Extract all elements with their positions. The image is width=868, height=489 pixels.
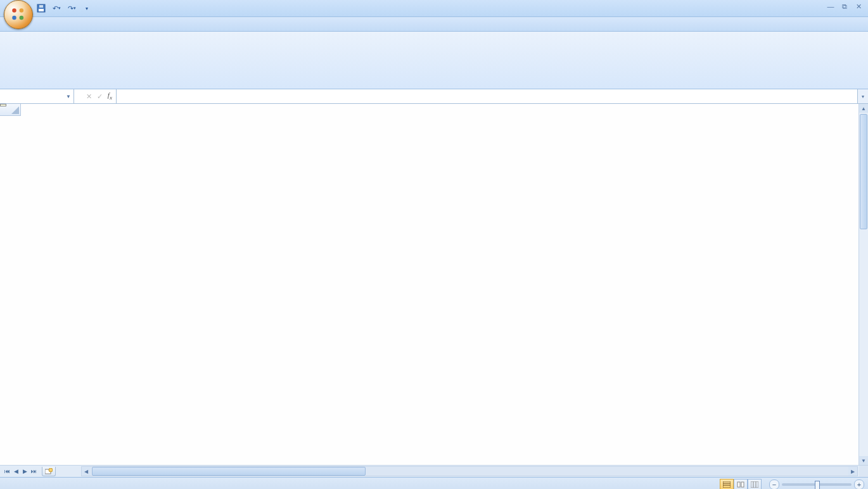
svg-point-2 (12, 16, 16, 20)
svg-point-0 (12, 8, 16, 13)
svg-rect-12 (737, 482, 740, 487)
vertical-scroll-thumb[interactable] (860, 114, 867, 229)
fx-icon[interactable]: fx (108, 91, 112, 101)
horizontal-scrollbar[interactable]: ◀ ▶ (81, 466, 858, 476)
scroll-left-icon[interactable]: ◀ (82, 467, 91, 476)
insert-worksheet-icon[interactable] (42, 467, 56, 476)
sheet-resizer[interactable] (859, 466, 868, 477)
quick-access-toolbar: ↶▾ ↷▾ ▾ (35, 3, 93, 14)
cancel-formula-icon: ✕ (86, 92, 92, 101)
status-bar: − + (0, 477, 868, 489)
svg-point-3 (20, 16, 24, 20)
svg-point-8 (49, 468, 53, 472)
name-box[interactable]: ▼ (0, 89, 74, 103)
sheet-nav-next-icon[interactable]: ▶ (20, 467, 29, 476)
sheet-nav-last-icon[interactable]: ⏭ (29, 467, 38, 476)
save-icon[interactable] (35, 3, 47, 14)
worksheet-grid[interactable]: ▲ ▼ (0, 104, 868, 465)
zoom-controls: − + (767, 479, 864, 489)
sheet-tab-bar: ⏮ ◀ ▶ ⏭ ◀ ▶ (0, 465, 868, 477)
scroll-up-icon[interactable]: ▲ (859, 104, 868, 113)
close-icon[interactable]: ✕ (853, 2, 864, 11)
sheet-nav-prev-icon[interactable]: ◀ (11, 467, 20, 476)
svg-point-1 (20, 8, 24, 13)
zoom-in-icon[interactable]: + (854, 479, 864, 489)
page-break-view-icon[interactable] (748, 479, 762, 489)
zoom-out-icon[interactable]: − (769, 479, 779, 489)
ribbon-tabs (0, 17, 868, 32)
svg-rect-13 (741, 482, 744, 487)
svg-rect-14 (751, 481, 758, 488)
qat-customize-icon[interactable]: ▾ (81, 3, 93, 14)
svg-rect-9 (723, 481, 731, 488)
view-buttons (720, 479, 762, 489)
window-controls: — ⧉ ✕ (825, 2, 864, 11)
svg-rect-6 (39, 5, 43, 8)
ribbon (0, 32, 868, 89)
enter-formula-icon: ✓ (97, 92, 103, 101)
scroll-right-icon[interactable]: ▶ (848, 467, 857, 476)
horizontal-scroll-thumb[interactable] (92, 467, 366, 476)
title-bar: ↶▾ ↷▾ ▾ — ⧉ ✕ (0, 0, 868, 17)
redo-icon[interactable]: ↷▾ (66, 3, 77, 14)
normal-view-icon[interactable] (720, 479, 734, 489)
fill-tooltip (0, 104, 6, 106)
sheet-nav-first-icon[interactable]: ⏮ (3, 467, 11, 476)
page-layout-view-icon[interactable] (734, 479, 748, 489)
office-button[interactable] (4, 0, 33, 29)
zoom-slider[interactable] (782, 483, 852, 486)
formula-bar-expand-icon[interactable]: ▾ (857, 89, 868, 103)
vertical-scrollbar[interactable]: ▲ ▼ (858, 104, 868, 465)
formula-input[interactable] (117, 92, 857, 101)
svg-rect-5 (39, 9, 44, 11)
formula-bar: ▼ ✕ ✓ fx ▾ (0, 89, 868, 104)
name-box-dropdown-icon[interactable]: ▼ (66, 94, 71, 99)
restore-icon[interactable]: ⧉ (839, 2, 850, 11)
undo-icon[interactable]: ↶▾ (51, 3, 62, 14)
scroll-down-icon[interactable]: ▼ (859, 456, 868, 465)
minimize-icon[interactable]: — (825, 2, 836, 11)
